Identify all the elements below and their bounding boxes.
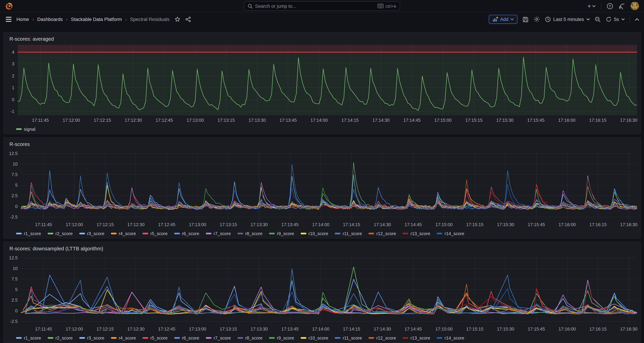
y-tick-label: 0	[12, 97, 14, 102]
x-tick-label: 17:13:45	[281, 222, 298, 227]
dashboard-settings-button[interactable]	[534, 16, 540, 23]
breadcrumb-item[interactable]: Home	[16, 17, 29, 22]
legend-swatch	[16, 233, 22, 234]
panel-title[interactable]: R-scores: averaged	[10, 36, 54, 42]
legend-item-r6_score[interactable]: r6_score	[174, 335, 199, 340]
chart-canvas[interactable]: 12.5107.552.50-2.517:11:4517:12:0017:12:…	[4, 148, 640, 229]
x-tick-label: 17:13:30	[250, 222, 268, 227]
legend-item-r10_score[interactable]: r10_score	[301, 231, 328, 236]
legend-item-r4_score[interactable]: r4_score	[111, 231, 136, 236]
legend-swatch	[206, 233, 212, 234]
panel-title[interactable]: R-scores: downsampled (LTTB algorithm)	[10, 246, 103, 252]
panel-title[interactable]: R-scores	[10, 141, 30, 147]
panel-legend: r1_scorer2_scorer3_scorer4_scorer5_score…	[4, 333, 640, 342]
threshold-region-above	[18, 45, 637, 52]
y-tick-label: 0	[15, 204, 18, 209]
search-placeholder: Search or jump to...	[255, 4, 375, 8]
legend-item-r2_score[interactable]: r2_score	[48, 335, 73, 340]
favorite-button[interactable]	[174, 17, 180, 22]
y-tick-label: 5	[15, 287, 18, 292]
legend-swatch	[142, 337, 148, 339]
legend-item-r13_score[interactable]: r13_score	[403, 231, 430, 236]
avatar[interactable]	[630, 2, 639, 10]
x-tick-label: 17:11:45	[35, 222, 52, 227]
legend-item-r5_score[interactable]: r5_score	[142, 231, 168, 236]
legend-item-r9_score[interactable]: r9_score	[269, 231, 294, 236]
legend-item-r8_score[interactable]: r8_score	[238, 231, 262, 236]
legend-item-signal[interactable]: signal	[16, 127, 36, 131]
legend-item-r11_score[interactable]: r11_score	[335, 335, 362, 340]
time-range-picker[interactable]: Last 5 minutes	[545, 17, 590, 22]
zoom-out-icon	[595, 16, 601, 23]
legend-item-r3_score[interactable]: r3_score	[79, 231, 104, 236]
x-tick-label: 17:16:15	[589, 118, 606, 123]
news-button[interactable]	[618, 3, 625, 9]
legend-item-r14_score[interactable]: r14_score	[437, 335, 464, 340]
legend-label: signal	[24, 127, 36, 131]
legend-item-r12_score[interactable]: r12_score	[368, 335, 396, 340]
chart-canvas[interactable]: 12.5107.552.50-2.517:11:4517:12:0017:12:…	[4, 252, 640, 333]
legend-item-r14_score[interactable]: r14_score	[437, 231, 464, 236]
legend-item-r2_score[interactable]: r2_score	[48, 231, 73, 236]
x-tick-label: 17:14:15	[342, 118, 359, 123]
legend-swatch	[238, 233, 243, 234]
legend-item-r3_score[interactable]: r3_score	[79, 335, 104, 340]
legend-item-r7_score[interactable]: r7_score	[206, 335, 231, 340]
x-tick-label: 17:15:00	[436, 222, 453, 227]
legend-label: r1_score	[24, 231, 41, 236]
legend-swatch	[79, 233, 85, 234]
zoom-out-button[interactable]	[595, 16, 601, 23]
legend-label: r10_score	[308, 231, 328, 236]
legend-item-r11_score[interactable]: r11_score	[335, 231, 362, 236]
legend-item-r9_score[interactable]: r9_score	[269, 335, 294, 340]
legend-item-r10_score[interactable]: r10_score	[301, 335, 328, 340]
x-tick-label: 17:16:15	[589, 222, 607, 227]
legend-swatch	[142, 233, 148, 234]
breadcrumb-item[interactable]: Stackable Data Platform	[71, 17, 122, 22]
legend-item-r1_score[interactable]: r1_score	[16, 335, 41, 340]
legend-item-r13_score[interactable]: r13_score	[403, 335, 430, 340]
legend-item-r4_score[interactable]: r4_score	[111, 335, 136, 340]
add-button[interactable]: Add	[488, 15, 518, 24]
refresh-interval-picker[interactable]: 5s	[614, 17, 625, 22]
legend-swatch	[206, 337, 212, 339]
new-button[interactable]: +	[588, 3, 596, 9]
share-icon	[185, 17, 191, 22]
legend-item-r5_score[interactable]: r5_score	[142, 335, 168, 340]
breadcrumb-separator: ›	[125, 17, 127, 22]
x-tick-label: 17:12:15	[94, 118, 111, 123]
legend-item-r7_score[interactable]: r7_score	[206, 231, 231, 236]
help-button[interactable]: ?	[607, 3, 613, 9]
x-tick-label: 17:14:00	[310, 118, 328, 123]
x-tick-label: 17:12:30	[127, 222, 144, 227]
panel-header: R-scores: averaged	[4, 33, 640, 43]
x-tick-label: 17:16:30	[620, 118, 638, 123]
search-input[interactable]: Search or jump to... ctrl+k	[244, 1, 400, 11]
x-tick-label: 17:12:30	[127, 326, 144, 331]
plus-icon: +	[588, 3, 591, 9]
chart-canvas[interactable]: 43210-117:11:4517:12:0017:12:1517:12:301…	[4, 43, 640, 125]
breadcrumb-item[interactable]: Dashboards	[37, 17, 62, 22]
x-tick-label: 17:13:15	[218, 118, 235, 123]
legend-item-r8_score[interactable]: r8_score	[238, 335, 262, 340]
kiosk-mode-button[interactable]	[635, 18, 639, 21]
x-tick-label: 17:13:45	[280, 118, 297, 123]
y-tick-label: 12.5	[9, 151, 18, 156]
divider	[601, 3, 601, 9]
breadcrumb-actions	[174, 17, 191, 22]
legend-item-r6_score[interactable]: r6_score	[174, 231, 199, 236]
share-button[interactable]	[185, 17, 191, 22]
grafana-logo[interactable]	[5, 2, 13, 10]
x-tick-label: 17:13:00	[187, 118, 204, 123]
panel-1: R-scores: averaged43210-117:11:4517:12:0…	[3, 32, 641, 134]
legend-item-r12_score[interactable]: r12_score	[368, 231, 396, 236]
menu-icon[interactable]	[5, 16, 12, 23]
chevron-down-icon	[592, 5, 596, 7]
add-panel-icon	[492, 17, 498, 22]
legend-swatch	[238, 337, 243, 339]
y-tick-label: -1	[10, 109, 14, 114]
save-dashboard-button[interactable]	[522, 16, 528, 23]
refresh-button[interactable]	[606, 17, 612, 22]
legend-item-r1_score[interactable]: r1_score	[16, 231, 41, 236]
legend-label: r4_score	[119, 335, 136, 340]
